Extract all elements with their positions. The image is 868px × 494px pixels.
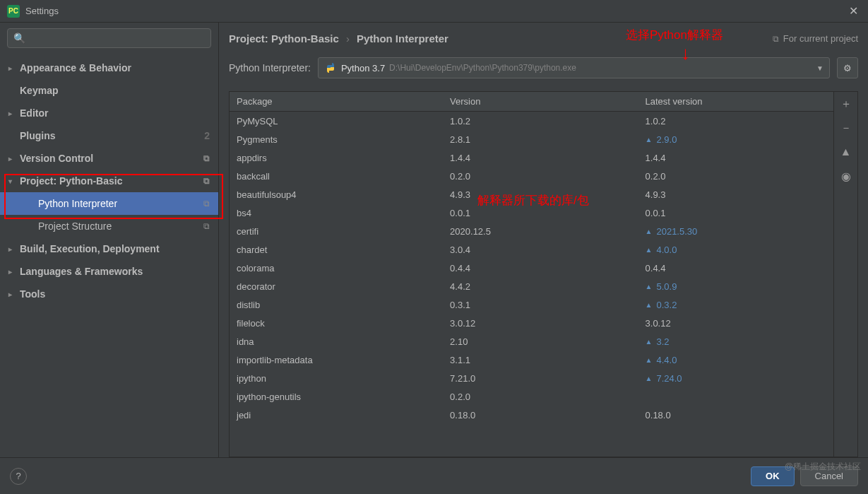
help-button[interactable]: ? xyxy=(10,468,27,485)
header-package[interactable]: Package xyxy=(230,96,443,107)
tree-item[interactable]: ▸Editor xyxy=(0,102,218,124)
chevron-right-icon: ▸ xyxy=(8,290,17,298)
cell-latest: 0.18.0 xyxy=(638,410,833,421)
table-row[interactable]: importlib-metadata3.1.1▲4.4.0 xyxy=(230,351,833,369)
table-row[interactable]: certifi2020.12.5▲2021.5.30 xyxy=(230,222,833,240)
cell-package: PyMySQL xyxy=(230,116,443,127)
tree-item-label: Editor xyxy=(20,107,48,119)
settings-tree[interactable]: ▸Appearance & Behavior▸Keymap▸Editor▸Plu… xyxy=(0,54,218,457)
interpreter-settings-button[interactable]: ⚙ xyxy=(837,57,858,78)
copy-icon: ⧉ xyxy=(773,34,779,44)
interpreter-label: Python Interpreter: xyxy=(229,62,311,73)
table-row[interactable]: Pygments2.8.1▲2.9.0 xyxy=(230,130,833,148)
cell-version: 2020.12.5 xyxy=(443,226,638,237)
cell-version: 2.10 xyxy=(443,336,638,347)
tree-item[interactable]: ▸Appearance & Behavior xyxy=(0,57,218,79)
tree-item[interactable]: ▸Languages & Frameworks xyxy=(0,260,218,283)
tree-item-child[interactable]: Project Structure⧉ xyxy=(0,215,218,237)
upgrade-available-icon: ▲ xyxy=(646,228,653,235)
table-row[interactable]: jedi0.18.00.18.0 xyxy=(230,406,833,424)
breadcrumb-sep: › xyxy=(346,33,350,45)
cell-latest: ▲2021.5.30 xyxy=(638,226,833,237)
cell-version: 3.0.12 xyxy=(443,318,638,329)
table-row[interactable]: distlib0.3.1▲0.3.2 xyxy=(230,295,833,314)
cell-package: importlib-metadata xyxy=(230,355,443,365)
tree-item[interactable]: ▸Plugins2 xyxy=(0,124,218,147)
tree-item-child[interactable]: Python Interpreter⧉ xyxy=(0,192,218,215)
table-row[interactable]: PyMySQL1.0.21.0.2 xyxy=(230,112,833,130)
show-early-releases-button[interactable]: ◉ xyxy=(834,164,858,188)
table-row[interactable]: filelock3.0.123.0.12 xyxy=(230,314,833,332)
search-input[interactable]: 🔍 xyxy=(7,28,211,48)
cell-version: 2.8.1 xyxy=(443,134,638,145)
cell-version: 0.2.0 xyxy=(443,392,638,402)
chevron-down-icon: ▼ xyxy=(816,64,824,72)
tree-item[interactable]: ▸Keymap xyxy=(0,79,218,102)
cell-package: backcall xyxy=(230,171,443,182)
cell-version: 0.3.1 xyxy=(443,300,638,310)
cell-package: colorama xyxy=(230,263,443,274)
table-row[interactable]: colorama0.4.40.4.4 xyxy=(230,259,833,277)
copy-icon: ⧉ xyxy=(203,199,210,208)
table-row[interactable]: chardet3.0.4▲4.0.0 xyxy=(230,240,833,259)
cell-package: appdirs xyxy=(230,153,443,163)
table-row[interactable]: beautifulsoup44.9.34.9.3 xyxy=(230,185,833,204)
table-row[interactable]: appdirs1.4.41.4.4 xyxy=(230,148,833,167)
search-field[interactable] xyxy=(25,33,205,44)
tree-item[interactable]: ▸Build, Execution, Deployment xyxy=(0,237,218,260)
upgrade-available-icon: ▲ xyxy=(646,338,653,346)
breadcrumb-project: Project: Python-Basic xyxy=(229,33,339,45)
cancel-button[interactable]: Cancel xyxy=(800,466,858,486)
tree-item-label: Languages & Frameworks xyxy=(20,266,143,277)
table-row[interactable]: decorator4.4.2▲5.0.9 xyxy=(230,277,833,295)
cell-latest: 0.2.0 xyxy=(638,171,833,182)
chevron-down-icon: ▾ xyxy=(8,177,17,185)
search-icon: 🔍 xyxy=(13,33,25,44)
table-body[interactable]: PyMySQL1.0.21.0.2Pygments2.8.1▲2.9.0appd… xyxy=(230,112,833,457)
cell-latest: 4.9.3 xyxy=(638,189,833,200)
ok-button[interactable]: OK xyxy=(751,466,795,486)
upgrade-available-icon: ▲ xyxy=(646,283,653,290)
for-current-project-label: ⧉ For current project xyxy=(773,33,858,44)
tree-item[interactable]: ▸Tools xyxy=(0,283,218,305)
add-package-button[interactable]: ＋ xyxy=(834,92,858,116)
cell-package: distlib xyxy=(230,300,443,310)
table-row[interactable]: bs40.0.10.0.1 xyxy=(230,204,833,222)
package-toolbar: ＋ － ▲ ◉ xyxy=(833,92,857,457)
tree-item-label: Plugins xyxy=(20,130,56,141)
cell-package: ipython xyxy=(230,373,443,384)
header-latest[interactable]: Latest version xyxy=(638,96,833,107)
interpreter-dropdown[interactable]: Python 3.7 D:\Hui\DevelopEnv\Python\Pyth… xyxy=(318,57,830,78)
chevron-right-icon: ▸ xyxy=(8,245,17,253)
cell-version: 4.9.3 xyxy=(443,189,638,200)
content-panel: Project: Python-Basic › Python Interpret… xyxy=(219,23,868,457)
remove-package-button[interactable]: － xyxy=(834,116,858,140)
table-row[interactable]: ipython-genutils0.2.0 xyxy=(230,387,833,406)
cell-version: 0.4.4 xyxy=(443,263,638,274)
cell-package: certifi xyxy=(230,226,443,237)
cell-latest: 0.0.1 xyxy=(638,208,833,218)
upgrade-package-button[interactable]: ▲ xyxy=(834,140,858,164)
breadcrumb-page: Python Interpreter xyxy=(357,33,448,45)
python-icon xyxy=(324,61,337,74)
tree-item-label: Project Structure xyxy=(38,220,112,232)
tree-item-label: Appearance & Behavior xyxy=(20,62,131,73)
cell-latest: ▲2.9.0 xyxy=(638,134,833,145)
cell-latest: ▲4.0.0 xyxy=(638,245,833,255)
table-header: Package Version Latest version xyxy=(230,92,833,112)
table-row[interactable]: idna2.10▲3.2 xyxy=(230,332,833,351)
titlebar: PC Settings ✕ xyxy=(0,0,868,23)
table-row[interactable]: ipython7.21.0▲7.24.0 xyxy=(230,369,833,387)
upgrade-available-icon: ▲ xyxy=(646,136,653,143)
cell-version: 1.0.2 xyxy=(443,116,638,127)
copy-icon: ⧉ xyxy=(203,153,210,163)
app-icon: PC xyxy=(7,5,20,18)
cell-package: filelock xyxy=(230,318,443,329)
table-row[interactable]: backcall0.2.00.2.0 xyxy=(230,167,833,185)
cell-package: Pygments xyxy=(230,134,443,145)
close-icon[interactable]: ✕ xyxy=(846,1,861,20)
tree-item[interactable]: ▾Project: Python-Basic⧉ xyxy=(0,170,218,192)
tree-item[interactable]: ▸Version Control⧉ xyxy=(0,147,218,170)
header-version[interactable]: Version xyxy=(443,96,638,107)
cell-latest: 0.4.4 xyxy=(638,263,833,274)
